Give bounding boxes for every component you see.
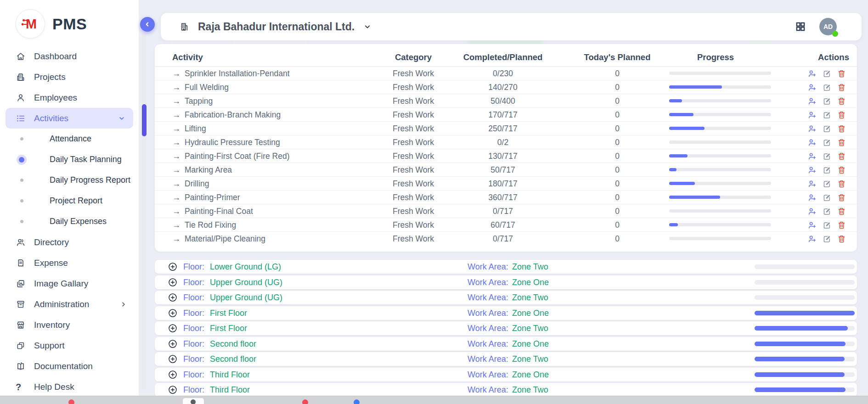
progress-bar <box>669 182 771 185</box>
edit-button[interactable] <box>822 220 832 230</box>
sidebar-item-image-gallary[interactable]: Image Gallary <box>0 273 139 294</box>
assign-user-button[interactable] <box>807 137 817 147</box>
sidebar-subitem-attendance[interactable]: Attendance <box>0 129 139 149</box>
assign-user-button[interactable] <box>807 123 817 134</box>
sidebar-item-projects[interactable]: Projects <box>0 67 139 87</box>
sidebar-scrollbar-thumb[interactable] <box>142 104 147 136</box>
person-plus-icon <box>807 69 817 79</box>
assign-user-button[interactable] <box>807 96 817 106</box>
taskbar-app-dot <box>191 399 196 404</box>
taskbar-app-icon[interactable] <box>183 398 204 404</box>
bullet-dot-icon <box>20 137 23 140</box>
help-icon: ? <box>16 382 21 392</box>
delete-button[interactable] <box>836 220 846 230</box>
assign-user-button[interactable] <box>807 110 817 120</box>
delete-button[interactable] <box>836 82 846 92</box>
sidebar-item-support[interactable]: Support <box>0 335 139 356</box>
sidebar-subitem-daily-task-planning[interactable]: Daily Task Planning <box>0 149 139 170</box>
edit-button[interactable] <box>822 234 832 244</box>
delete-button[interactable] <box>836 192 846 202</box>
sidebar-item-expense[interactable]: Expense <box>0 252 139 273</box>
delete-button[interactable] <box>836 123 846 134</box>
delete-button[interactable] <box>836 151 846 161</box>
edit-button[interactable] <box>822 179 832 189</box>
activity-name: Painting-Primer <box>185 193 240 202</box>
sidebar-subitem-project-report[interactable]: Project Report <box>0 191 139 211</box>
edit-button[interactable] <box>822 123 832 134</box>
assign-user-button[interactable] <box>807 68 817 79</box>
floor-progress-bar <box>755 280 855 285</box>
expand-floor-button[interactable] <box>168 323 178 333</box>
floor-row: Floor:Upper Ground (UG)Work Area:Zone On… <box>155 275 857 289</box>
expand-floor-button[interactable] <box>168 308 178 318</box>
plus-circle-icon <box>168 292 178 303</box>
edit-button[interactable] <box>822 96 832 106</box>
edit-button[interactable] <box>822 206 832 216</box>
sidebar-item-inventory[interactable]: Inventory <box>0 314 139 335</box>
floor-progress-bar <box>755 264 855 269</box>
delete-button[interactable] <box>836 68 846 79</box>
expand-floor-button[interactable] <box>168 339 178 349</box>
edit-icon <box>822 207 832 216</box>
expand-floor-button[interactable] <box>168 262 178 272</box>
edit-button[interactable] <box>822 165 832 175</box>
delete-button[interactable] <box>836 110 846 120</box>
assign-user-button[interactable] <box>807 192 817 202</box>
expand-floor-button[interactable] <box>168 277 178 287</box>
assign-user-button[interactable] <box>807 82 817 92</box>
sidebar-subitem-daily-expenses[interactable]: Daily Expenses <box>0 211 139 232</box>
floor-row: Floor:First FloorWork Area:Zone Two <box>155 321 857 335</box>
edit-button[interactable] <box>822 68 832 79</box>
delete-button[interactable] <box>836 234 846 244</box>
sidebar-subitem-daily-progress-report[interactable]: Daily Progress Report <box>0 170 139 191</box>
assign-user-button[interactable] <box>807 165 817 175</box>
edit-button[interactable] <box>822 151 832 161</box>
work-area-label: Work Area: <box>468 337 508 351</box>
sidebar-item-help-desk[interactable]: ?Help Desk <box>0 376 139 397</box>
sidebar-collapse-button[interactable] <box>140 17 155 32</box>
expand-floor-button[interactable] <box>168 292 178 303</box>
company-name: Raja Bahadur International Ltd. <box>198 21 355 33</box>
work-area-label: Work Area: <box>468 260 508 274</box>
activity-row: →Painting-Final CoatFresh Work0/7170 <box>155 204 857 218</box>
expand-floor-button[interactable] <box>168 385 178 395</box>
os-taskbar <box>0 396 868 404</box>
floor-row: Floor:First FloorWork Area:Zone One <box>155 306 857 320</box>
sidebar-item-documentation[interactable]: Documentation <box>0 356 139 376</box>
company-selector[interactable]: Raja Bahadur International Ltd. <box>179 21 372 33</box>
chevron-right-icon <box>119 300 128 309</box>
edit-button[interactable] <box>822 110 832 120</box>
chevron-left-icon <box>143 20 152 28</box>
sidebar-item-administration[interactable]: Administration <box>0 294 139 314</box>
edit-icon <box>822 138 832 147</box>
assign-user-button[interactable] <box>807 179 817 189</box>
apps-grid-button[interactable] <box>795 21 806 33</box>
edit-button[interactable] <box>822 137 832 147</box>
expand-floor-button[interactable] <box>168 354 178 364</box>
delete-button[interactable] <box>836 206 846 216</box>
floor-label: Floor: <box>183 321 204 335</box>
row-arrow-icon: → <box>172 207 180 216</box>
assign-user-button[interactable] <box>807 234 817 244</box>
edit-button[interactable] <box>822 82 832 92</box>
delete-button[interactable] <box>836 179 846 189</box>
assign-user-button[interactable] <box>807 220 817 230</box>
taskbar-icon[interactable] <box>68 399 74 404</box>
activity-category: Fresh Work <box>363 218 464 232</box>
employees-icon <box>16 93 26 103</box>
delete-button[interactable] <box>836 96 846 106</box>
edit-button[interactable] <box>822 192 832 202</box>
edit-icon <box>822 110 832 120</box>
sidebar-item-dashboard[interactable]: Dashboard <box>0 46 139 67</box>
assign-user-button[interactable] <box>807 206 817 216</box>
sidebar-item-activities[interactable]: Activities <box>6 108 133 129</box>
user-avatar[interactable]: AD <box>819 18 837 35</box>
taskbar-icon[interactable] <box>302 399 308 404</box>
delete-button[interactable] <box>836 137 846 147</box>
sidebar-item-employees[interactable]: Employees <box>0 87 139 108</box>
expand-floor-button[interactable] <box>168 370 178 380</box>
sidebar-item-directory[interactable]: Directory <box>0 232 139 252</box>
taskbar-icon[interactable] <box>354 399 360 404</box>
assign-user-button[interactable] <box>807 151 817 161</box>
delete-button[interactable] <box>836 165 846 175</box>
